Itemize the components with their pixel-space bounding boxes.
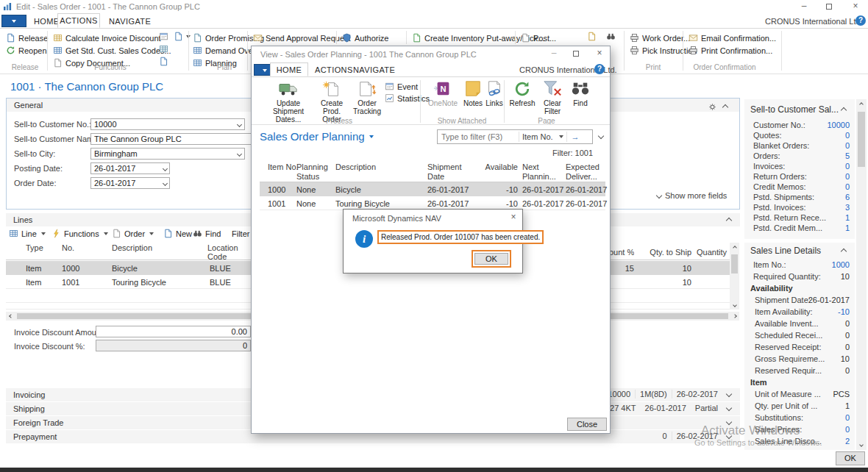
dialog-tab-navigate[interactable]: NAVIGATE bbox=[353, 65, 395, 74]
ribbon-item-print-confirmation[interactable]: Print Confirmation... bbox=[689, 45, 772, 56]
ribbon-item-post[interactable]: Post... bbox=[521, 32, 556, 43]
preview-posting-icon-button[interactable] bbox=[606, 31, 616, 42]
refresh-button[interactable]: Refresh bbox=[507, 80, 538, 107]
post-batch-icon-button[interactable] bbox=[587, 31, 597, 42]
dialog-tab-home[interactable]: HOME bbox=[270, 62, 308, 76]
invoice-discount-amount-field[interactable] bbox=[96, 326, 251, 337]
sell-to-customer-no-field[interactable] bbox=[90, 118, 245, 130]
ribbon-item-authorize[interactable]: Authorize bbox=[342, 32, 388, 43]
lines-toolbar-order[interactable]: Order bbox=[112, 228, 154, 239]
ok-button[interactable]: OK bbox=[836, 451, 865, 465]
event-button[interactable]: Event bbox=[385, 81, 418, 92]
col-description[interactable]: Description bbox=[112, 243, 152, 252]
dialog-maximize-button[interactable] bbox=[568, 49, 584, 60]
collapse-factbox-icon[interactable] bbox=[841, 107, 847, 113]
filter-field-dropdown-icon[interactable] bbox=[559, 135, 563, 138]
ribbon-item-calculate-invoice-discount[interactable]: Calculate Invoice Discount bbox=[53, 32, 161, 43]
statistics-button[interactable]: Statistics bbox=[385, 93, 430, 104]
dialog-page-heading[interactable]: Sales Order Planning bbox=[260, 130, 374, 143]
show-more-fields[interactable]: Show more fields bbox=[657, 191, 727, 200]
ribbon-item-get-std-cust-sales-codes[interactable]: Get Std. Cust. Sales Codes... bbox=[53, 45, 171, 56]
ribbon-item-reopen[interactable]: Reopen bbox=[6, 45, 47, 56]
close-button[interactable]: × bbox=[847, 1, 864, 12]
col-type[interactable]: Type bbox=[26, 243, 43, 252]
dlg-col[interactable]: Item No. bbox=[268, 162, 299, 171]
maximize-button[interactable] bbox=[821, 2, 837, 12]
col-location-code[interactable]: Location Code bbox=[207, 243, 237, 261]
lines-toolbar-find[interactable]: Find bbox=[193, 228, 221, 239]
dlg-col[interactable]: Available bbox=[477, 162, 518, 171]
factbox-title[interactable]: Sell-to Customer Sal... bbox=[750, 104, 839, 115]
fb-value[interactable]: 0 bbox=[744, 182, 850, 191]
fb-value[interactable]: 1 bbox=[744, 213, 850, 222]
filter-field-selector[interactable]: Item No. bbox=[519, 132, 556, 141]
scroll-down-icon[interactable] bbox=[730, 300, 739, 310]
col-line-discount[interactable]: ount % bbox=[609, 248, 634, 257]
fb-value[interactable]: 0 bbox=[744, 141, 850, 150]
dlg-col[interactable]: Description bbox=[335, 162, 424, 171]
dialog-minimize-button[interactable]: – bbox=[546, 49, 562, 59]
minimize-button[interactable]: – bbox=[796, 1, 812, 12]
posting-date-field[interactable] bbox=[90, 162, 170, 174]
dlg-col[interactable]: Planning Status bbox=[296, 162, 332, 182]
order-date-field[interactable] bbox=[90, 177, 170, 189]
dlg-col[interactable]: Shipment Date bbox=[427, 162, 472, 182]
sales-codes-extra-icon[interactable] bbox=[159, 43, 168, 54]
invoice-discount-pct-field[interactable] bbox=[96, 340, 251, 351]
col-no[interactable]: No. bbox=[62, 243, 74, 252]
ribbon-item-email-confirmation[interactable]: Email Confirmation... bbox=[689, 32, 776, 43]
msgbox-ok-button[interactable]: OK bbox=[474, 253, 508, 265]
scroll-up-icon[interactable] bbox=[730, 243, 739, 252]
filter-pane-chevron[interactable] bbox=[598, 133, 604, 139]
close-button[interactable]: Close bbox=[567, 418, 607, 431]
ribbon-item-work-order[interactable]: Work Order... bbox=[630, 32, 690, 43]
fb-value[interactable]: 0 bbox=[744, 413, 850, 422]
calendar-icon-button[interactable] bbox=[159, 31, 168, 42]
collapse-general-icon[interactable] bbox=[722, 104, 728, 110]
help-icon[interactable]: ? bbox=[594, 64, 605, 74]
fb-value[interactable]: 2 bbox=[744, 437, 850, 446]
dropdown-icon[interactable] bbox=[161, 178, 169, 188]
dlg-col[interactable]: Next Plannin... bbox=[522, 162, 561, 182]
find-button[interactable]: Find bbox=[567, 80, 594, 107]
fb-value[interactable]: 1000 bbox=[744, 260, 850, 269]
onenote-button[interactable]: N OneNote bbox=[426, 80, 460, 107]
lines-toolbar-filter[interactable]: Filter bbox=[232, 228, 249, 239]
lines-toolbar-functions[interactable]: Functions bbox=[51, 228, 108, 239]
dropdown-icon[interactable] bbox=[235, 119, 244, 129]
tab-actions[interactable]: ACTIONS bbox=[57, 13, 100, 28]
order-tracking-button[interactable]: Order Tracking bbox=[350, 80, 384, 115]
update-shipment-dates-button[interactable]: Update Shipment Dates... bbox=[263, 80, 313, 124]
copy-extra-icon[interactable] bbox=[159, 56, 168, 67]
fb-value[interactable]: 0 bbox=[744, 131, 850, 140]
apply-filter-icon[interactable]: → bbox=[567, 132, 584, 141]
dialog-close-button[interactable]: × bbox=[591, 49, 608, 59]
scroll-thumb[interactable] bbox=[858, 112, 865, 167]
tab-home[interactable]: HOME bbox=[34, 17, 60, 26]
sell-to-customer-name-field[interactable] bbox=[90, 133, 254, 145]
ribbon-item-release[interactable]: Release bbox=[6, 32, 48, 43]
scroll-up-icon[interactable] bbox=[856, 99, 867, 110]
scroll-left-icon[interactable] bbox=[6, 312, 15, 321]
col-quantity-shipped[interactable]: Quantity Sh bbox=[697, 248, 729, 257]
fb-value[interactable]: 0 bbox=[744, 425, 850, 434]
tab-navigate[interactable]: NAVIGATE bbox=[109, 17, 151, 26]
filter-input[interactable] bbox=[438, 132, 519, 141]
fb-value[interactable]: 0 bbox=[744, 162, 850, 171]
collapse-factbox-icon[interactable] bbox=[841, 248, 847, 254]
clear-filter-button[interactable]: Clear Filter bbox=[538, 80, 567, 115]
msgbox-close-button[interactable]: × bbox=[505, 212, 522, 223]
fb-value[interactable]: -10 bbox=[744, 307, 850, 316]
fb-value[interactable]: 1 bbox=[744, 224, 850, 232]
dropdown-icon[interactable] bbox=[161, 163, 169, 174]
app-menu-button[interactable] bbox=[1, 15, 26, 27]
fb-value[interactable]: 0 bbox=[744, 172, 850, 181]
gear-icon[interactable] bbox=[708, 102, 717, 112]
dropdown-icon[interactable] bbox=[235, 149, 244, 159]
lines-toolbar-new[interactable]: New bbox=[163, 228, 192, 239]
fb-value[interactable]: 5 bbox=[744, 151, 850, 160]
fb-value[interactable]: 10000 bbox=[744, 121, 850, 129]
dlg-col[interactable]: Expected Deliver... bbox=[566, 162, 607, 182]
scroll-right-icon[interactable] bbox=[730, 312, 739, 321]
scroll-thumb[interactable] bbox=[731, 254, 738, 273]
